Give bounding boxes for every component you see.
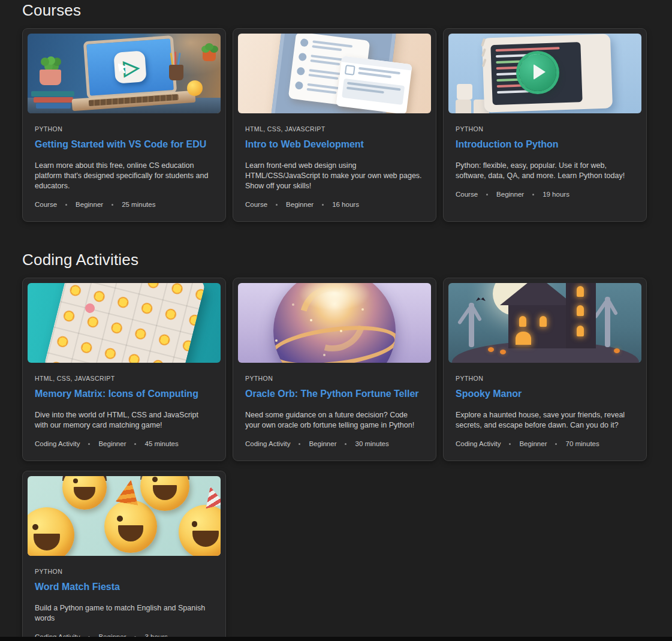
browser-window-wireframe — [336, 56, 412, 113]
card-title-link[interactable]: Oracle Orb: The Python Fortune Teller — [245, 387, 424, 400]
avatar-circle — [297, 67, 305, 76]
meta-duration: 70 minutes — [565, 440, 599, 447]
word-match-fiesta-illustration — [28, 476, 221, 556]
meta-duration: 16 hours — [332, 201, 359, 208]
glowing-window — [519, 316, 526, 327]
course-card-introduction-to-python[interactable]: PYTHON Introduction to Python Python: fl… — [443, 28, 647, 222]
pumpkin — [488, 347, 494, 352]
emoji-ball — [187, 80, 203, 96]
avatar-circle — [300, 38, 308, 47]
pumpkin — [614, 348, 620, 353]
spooky-manor-illustration — [448, 283, 641, 363]
meta-type: Coding Activity — [245, 440, 290, 447]
courses-heading: Courses — [22, 1, 672, 19]
card-title-link[interactable]: Word Match Fiesta — [35, 580, 213, 593]
card-title-link[interactable]: Introduction to Python — [456, 138, 634, 151]
vscode-edu-icon: ▷ — [113, 50, 147, 84]
activity-card-memory-matrix[interactable]: HTML, CSS, JAVASCRIPT Memory Matrix: Ico… — [22, 278, 226, 461]
card-body: PYTHON Introduction to Python Python: fl… — [448, 113, 641, 211]
meta-duration: 19 hours — [543, 191, 569, 198]
meta-level: Beginner — [519, 440, 547, 447]
dot-separator — [88, 443, 90, 445]
emoji-face — [104, 500, 157, 553]
memory-matrix-illustration — [28, 283, 221, 363]
meta-duration: 30 minutes — [355, 440, 388, 447]
card-category: PYTHON — [35, 125, 213, 133]
dot-separator — [555, 443, 557, 445]
play-button-icon — [519, 54, 556, 91]
sparkles — [310, 319, 312, 321]
emoji-face — [62, 476, 107, 510]
meta-type: Course — [456, 191, 478, 198]
card-title-link[interactable]: Getting Started with VS Code for EDU — [35, 138, 213, 151]
pumpkin — [500, 350, 506, 354]
coding-activities-heading: Coding Activities — [22, 251, 672, 269]
card-meta: Course Beginner 16 hours — [245, 201, 424, 208]
meta-level: Beginner — [309, 440, 336, 447]
glowing-window — [540, 316, 547, 327]
oracle-orb-illustration — [238, 283, 431, 363]
section-coding-activities: Coding Activities HTML, CSS, JAVASCRIPT … — [22, 251, 672, 641]
emoji-face — [28, 507, 74, 556]
card-category: HTML, CSS, JAVASCRIPT — [245, 125, 424, 133]
activity-card-oracle-orb[interactable]: PYTHON Oracle Orb: The Python Fortune Te… — [233, 278, 436, 461]
course-card-vscode-edu[interactable]: ▷ PYTHON Getting Started with VS Code fo… — [22, 28, 226, 222]
card-meta: Course Beginner 25 minutes — [35, 201, 213, 208]
card-meta: Coding Activity Beginner 30 minutes — [245, 440, 424, 447]
meta-level: Beginner — [496, 191, 524, 198]
dot-separator — [134, 443, 136, 445]
card-title-link[interactable]: Memory Matrix: Icons of Computing — [35, 387, 213, 400]
card-body: PYTHON Word Match Fiesta Build a Python … — [28, 556, 221, 641]
activity-card-word-match-fiesta[interactable]: PYTHON Word Match Fiesta Build a Python … — [22, 471, 226, 641]
plant — [41, 58, 49, 66]
bottom-edge-bar — [0, 637, 672, 641]
dot-separator — [65, 204, 67, 206]
card-title-link[interactable]: Intro to Web Development — [245, 138, 424, 151]
card-body: HTML, CSS, JAVASCRIPT Intro to Web Devel… — [238, 113, 431, 221]
card-description: Need some guidance on a future decision?… — [245, 410, 424, 431]
dot-separator — [532, 194, 534, 195]
card-category: PYTHON — [245, 375, 424, 382]
card-category: PYTHON — [456, 125, 634, 133]
coding-activities-card-grid: HTML, CSS, JAVASCRIPT Memory Matrix: Ico… — [22, 278, 672, 641]
card-meta: Coding Activity Beginner 70 minutes — [456, 440, 634, 447]
meta-duration: 45 minutes — [144, 440, 178, 447]
card-description: Explore a haunted house, save your frien… — [456, 410, 634, 431]
emoji-tile-board — [44, 283, 206, 363]
glowing-window — [577, 286, 584, 297]
meta-level: Beginner — [286, 201, 314, 208]
dot-separator — [112, 204, 113, 206]
dot-separator — [322, 204, 324, 206]
web-development-illustration — [238, 34, 431, 113]
dot-separator — [276, 204, 278, 206]
card-category: PYTHON — [35, 568, 213, 575]
vscode-edu-illustration: ▷ — [28, 34, 221, 113]
emoji-face — [179, 505, 221, 556]
meta-duration: 25 minutes — [122, 201, 155, 208]
dot-separator — [486, 194, 488, 195]
bat-icon — [476, 297, 486, 301]
card-category: HTML, CSS, JAVASCRIPT — [35, 375, 213, 382]
meta-type: Course — [245, 201, 267, 208]
pencil — [174, 52, 176, 65]
courses-card-grid: ▷ PYTHON Getting Started with VS Code fo… — [22, 28, 672, 222]
card-body: HTML, CSS, JAVASCRIPT Memory Matrix: Ico… — [28, 363, 221, 461]
bare-tree — [605, 297, 610, 347]
bare-tree — [469, 303, 474, 347]
course-card-intro-web-development[interactable]: HTML, CSS, JAVASCRIPT Intro to Web Devel… — [233, 28, 436, 222]
card-meta: Coding Activity Beginner 45 minutes — [35, 440, 213, 447]
card-body: PYTHON Spooky Manor Explore a haunted ho… — [448, 363, 641, 461]
course-catalog: Courses ▷ — [0, 0, 672, 641]
meta-type: Course — [35, 201, 57, 208]
vents — [481, 38, 486, 47]
meta-level: Beginner — [76, 201, 103, 208]
avatar-circle — [298, 53, 306, 61]
card-title-link[interactable]: Spooky Manor — [456, 387, 634, 400]
meta-type: Coding Activity — [456, 440, 501, 447]
image-placeholder-icon — [345, 65, 355, 76]
dot-separator — [299, 443, 300, 445]
dot-separator — [509, 443, 511, 445]
activity-card-spooky-manor[interactable]: PYTHON Spooky Manor Explore a haunted ho… — [443, 278, 647, 461]
meta-type: Coding Activity — [35, 440, 80, 447]
bell-icon — [295, 81, 303, 89]
